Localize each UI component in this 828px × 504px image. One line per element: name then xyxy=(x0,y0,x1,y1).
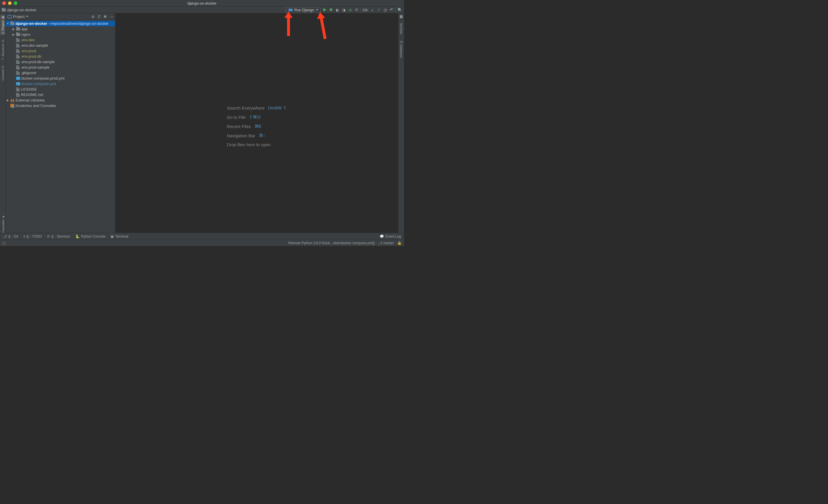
interpreter-status[interactable]: Remote Python 3.8.0 Dock…cker/docker-com… xyxy=(289,241,375,245)
project-panel-title[interactable]: Project xyxy=(13,14,25,19)
vcs-update-button[interactable]: ↙ xyxy=(370,7,375,12)
tree-file[interactable]: .env.prod-sample xyxy=(6,64,115,70)
hint-goto-key: ⇧⌘O xyxy=(249,114,260,120)
tree-folder[interactable]: ▶ app xyxy=(6,26,115,32)
divider xyxy=(361,7,361,12)
debug-button[interactable]: ✱ xyxy=(329,7,333,12)
expand-arrow-icon[interactable]: ▶ xyxy=(6,99,9,102)
file-icon xyxy=(16,87,19,91)
file-icon xyxy=(16,60,19,64)
file-icon xyxy=(16,65,19,70)
expand-arrow-icon[interactable]: ▼ xyxy=(6,22,9,25)
docker-compose-icon xyxy=(16,77,20,80)
hint-goto-label: Go to File xyxy=(227,115,246,120)
minimize-window-icon[interactable] xyxy=(8,1,11,5)
project-tree[interactable]: ▼ django-on-docker ~/repos/testdriven/dj… xyxy=(6,20,115,239)
tree-file[interactable]: README.md xyxy=(6,92,115,97)
folder-icon xyxy=(16,33,20,36)
tree-file[interactable]: docker-compose.yml xyxy=(6,81,115,87)
terminal-tool-tab[interactable]: ▣ Terminal xyxy=(111,234,128,238)
grid-icon[interactable]: ▦ xyxy=(400,14,403,18)
tree-file[interactable]: .env.dev-sample xyxy=(6,43,115,48)
tree-item-label: .env.prod-sample xyxy=(21,65,49,70)
tree-file[interactable]: LICENSE xyxy=(6,87,115,92)
tree-file[interactable]: .env.prod xyxy=(6,48,115,54)
status-left[interactable]: ▢ xyxy=(2,241,5,245)
tree-file[interactable]: .gitignore xyxy=(6,70,115,76)
breadcrumb[interactable]: django-on-docker xyxy=(7,8,36,12)
locate-icon[interactable]: ⊕ xyxy=(91,14,95,19)
database-tool-tab[interactable]: 🗃 Database xyxy=(399,39,404,59)
tree-item-label: .env.prod xyxy=(21,49,36,53)
todo-tool-tab[interactable]: ≡ 6: TODO xyxy=(24,234,42,238)
maximize-window-icon[interactable] xyxy=(14,1,17,5)
hint-search-key: Double ⇧ xyxy=(268,105,287,110)
file-icon xyxy=(16,49,19,53)
hide-panel-icon[interactable]: — xyxy=(110,14,113,19)
folder-icon xyxy=(16,28,20,31)
run-button[interactable] xyxy=(323,7,327,12)
sciview-tool-tab[interactable]: SciView xyxy=(399,22,404,36)
stop-button xyxy=(354,7,359,12)
settings-icon[interactable]: ✱ xyxy=(104,14,107,19)
commit-tool-tab[interactable]: Commit ⟳ xyxy=(0,64,5,82)
window-controls xyxy=(2,1,17,5)
git-branch-status[interactable]: ⎇ master xyxy=(378,241,394,245)
editor-empty-state[interactable]: Search EverywhereDouble ⇧ Go to File⇧⌘O … xyxy=(115,13,398,239)
tree-item-label: .env.dev xyxy=(21,38,35,42)
file-icon xyxy=(16,44,19,48)
vcs-history-button[interactable]: ◷ xyxy=(383,7,387,12)
run-configuration-selector[interactable]: Run Django xyxy=(286,7,321,13)
project-panel-header: Project ⊕ ⇵ ✱ — xyxy=(6,13,115,20)
vcs-commit-button[interactable]: ✓ xyxy=(376,7,381,12)
tree-file[interactable]: .env.dev xyxy=(6,37,115,43)
tree-item-label: .gitignore xyxy=(21,71,36,75)
tree-item-label: nginx xyxy=(22,32,30,37)
expand-arrow-icon[interactable]: ▶ xyxy=(12,28,15,31)
main: 1: Project ▤ 7: Structure ⌬ Commit ⟳ 2: … xyxy=(0,13,404,239)
status-bar: ▢ Remote Python 3.8.0 Dock…cker/docker-c… xyxy=(0,240,404,246)
tree-item-label: docker-compose.prod.yml xyxy=(22,76,65,81)
tree-external-libraries[interactable]: ▶ ▮▮ External Libraries xyxy=(6,97,115,103)
file-icon xyxy=(16,38,19,42)
libraries-icon: ▮▮ xyxy=(10,98,14,102)
file-icon xyxy=(16,54,19,58)
git-label: Git: xyxy=(363,8,368,12)
expand-all-icon[interactable]: ⇵ xyxy=(97,14,101,19)
lock-icon[interactable]: 🔒 xyxy=(397,241,402,245)
vcs-rollback-button[interactable]: ↶ xyxy=(389,7,394,12)
tree-folder[interactable]: ▶ nginx xyxy=(6,32,115,37)
expand-arrow-icon[interactable]: ▶ xyxy=(12,33,15,36)
tree-file[interactable]: docker-compose.prod.yml xyxy=(6,76,115,81)
tree-item-label: docker-compose.yml xyxy=(22,82,56,86)
event-log-tool-tab[interactable]: 💬 Event Log xyxy=(380,234,401,238)
run-coverage-button[interactable]: ◐ xyxy=(335,7,340,12)
tree-file[interactable]: .env.prod.db-sample xyxy=(6,59,115,64)
project-tool-tab[interactable]: 1: Project ▤ xyxy=(0,14,5,35)
tree-scratches[interactable]: Scratches and Consoles xyxy=(6,103,115,108)
navigation-bar: django-on-docker Run Django ✱ ◐ ◑ ⇉ Git:… xyxy=(0,6,404,13)
services-tool-tab[interactable]: ⟳ 8: Services xyxy=(47,234,70,238)
run-config-label: Run Django xyxy=(294,8,314,12)
tree-item-label: LICENSE xyxy=(21,87,37,91)
tree-root[interactable]: ▼ django-on-docker ~/repos/testdriven/dj… xyxy=(6,21,115,26)
hint-navbar-key: ⌘↑ xyxy=(259,133,265,138)
close-window-icon[interactable] xyxy=(2,1,6,5)
hint-recent-key: ⌘E xyxy=(254,124,262,129)
structure-tool-tab[interactable]: 7: Structure ⌬ xyxy=(0,38,5,61)
profile-button[interactable]: ◑ xyxy=(342,7,346,12)
tree-root-path: ~/repos/testdriven/django-on-docker xyxy=(48,21,109,26)
run-anything-button[interactable]: ⇉ xyxy=(348,7,353,12)
tree-file[interactable]: .env.prod.db xyxy=(6,54,115,59)
python-console-tool-tab[interactable]: 🐍 Python Console xyxy=(75,234,106,238)
tree-item-label: External Libraries xyxy=(15,98,45,102)
hint-recent-label: Recent Files xyxy=(227,124,251,129)
tree-root-name: django-on-docker xyxy=(15,21,47,26)
tree-item-label: .env.prod.db xyxy=(21,54,41,58)
search-everywhere-button[interactable]: 🔍 xyxy=(398,7,402,12)
git-tool-tab[interactable]: ⎇ 9: 9: GitGit xyxy=(3,234,18,238)
file-icon xyxy=(16,93,19,97)
window-title: django-on-docker xyxy=(187,1,216,5)
right-tool-strip: ▦ SciView 🗃 Database xyxy=(398,13,404,239)
chevron-down-icon[interactable] xyxy=(26,16,28,17)
